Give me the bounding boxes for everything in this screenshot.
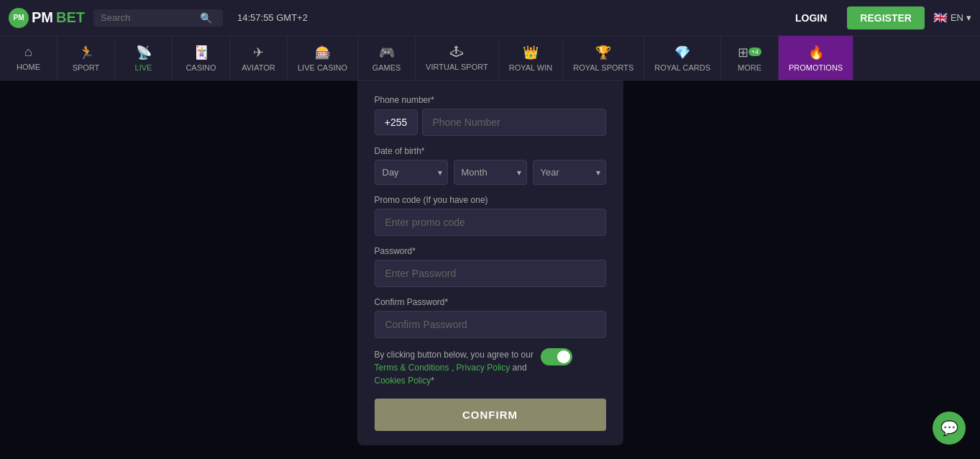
registration-modal: Phone number* +255 Date of birth* Day — [357, 81, 623, 445]
search-icon: 🔍 — [200, 12, 212, 24]
nav-label-royal-win: ROYAL WIN — [509, 63, 553, 72]
timezone-value: GMT+2 — [276, 12, 308, 23]
search-bar[interactable]: 🔍 — [93, 9, 223, 27]
month-select[interactable]: Month — [454, 160, 527, 185]
terms-toggle[interactable] — [541, 348, 572, 365]
confirm-password-input[interactable] — [375, 311, 606, 338]
royal-sports-icon: 🏆 — [595, 45, 611, 60]
nav-item-games[interactable]: 🎮 GAMES — [358, 36, 416, 80]
royal-cards-icon: 💎 — [674, 45, 690, 60]
nav-label-sport: SPORT — [73, 63, 100, 72]
terms-asterisk: * — [431, 376, 434, 386]
terms-row: By clicking button below, you agree to o… — [375, 348, 606, 387]
nav-item-live[interactable]: 📡 LIVE — [115, 36, 173, 80]
sport-icon: 🏃 — [78, 45, 94, 60]
year-select[interactable]: Year — [533, 160, 606, 185]
dob-group: Date of birth* Day Month Year — [375, 146, 606, 185]
year-wrapper[interactable]: Year — [533, 160, 606, 185]
privacy-policy-link[interactable]: Privacy Policy — [457, 363, 510, 373]
month-wrapper[interactable]: Month — [454, 160, 527, 185]
confirm-password-label: Confirm Password* — [375, 297, 606, 307]
live-icon: 📡 — [136, 45, 152, 60]
terms-text: By clicking button below, you agree to o… — [375, 348, 533, 387]
time-value: 14:57:55 — [237, 12, 274, 23]
time-display: 14:57:55 GMT+2 — [237, 12, 308, 23]
header: PM PMBET 🔍 14:57:55 GMT+2 LOGIN REGISTER… — [0, 0, 980, 36]
day-wrapper[interactable]: Day — [375, 160, 448, 185]
promo-input[interactable] — [375, 209, 606, 236]
dob-row: Day Month Year — [375, 160, 606, 185]
logo-pm-text: PM — [32, 9, 53, 26]
royal-win-icon: 👑 — [523, 45, 539, 60]
chat-icon: 💬 — [940, 419, 958, 437]
nav-label-live-casino: LIVE CASINO — [298, 63, 347, 72]
confirm-button[interactable]: CONFIRM — [375, 399, 606, 431]
nav-label-home: HOME — [17, 63, 40, 71]
aviator-icon: ✈ — [253, 45, 264, 60]
search-input[interactable] — [101, 12, 194, 23]
live-casino-icon: 🎰 — [315, 45, 331, 60]
nav-item-virtual-sport[interactable]: 🕹 VIRTUAL SPORT — [416, 36, 499, 80]
nav-label-live: LIVE — [135, 63, 152, 72]
confirm-password-group: Confirm Password* — [375, 297, 606, 338]
password-label: Password* — [375, 246, 606, 256]
nav-label-casino: CASINO — [186, 63, 216, 72]
games-icon: 🎮 — [379, 45, 395, 60]
promo-label: Promo code (If you have one) — [375, 195, 606, 205]
day-select[interactable]: Day — [375, 160, 448, 185]
nav-label-royal-cards: ROYAL CARDS — [654, 63, 710, 72]
chevron-down-icon: ▾ — [966, 12, 971, 23]
phone-prefix: +255 — [375, 109, 418, 135]
nav-item-royal-sports[interactable]: 🏆 ROYAL SPORTS — [563, 36, 644, 80]
terms-comma: , — [449, 363, 454, 373]
phone-label: Phone number* — [375, 95, 606, 105]
nav-label-royal-sports: ROYAL SPORTS — [573, 63, 633, 72]
register-button[interactable]: REGISTER — [847, 6, 925, 29]
flag-icon: 🇬🇧 — [933, 11, 948, 24]
navigation: ⌂ HOME 🏃 SPORT 📡 LIVE 🃏 CASINO ✈ AVIATOR… — [0, 36, 980, 81]
home-icon: ⌂ — [24, 45, 32, 60]
terms-and: and — [513, 363, 527, 373]
modal-overlay: Phone number* +255 Date of birth* Day — [0, 81, 980, 459]
nav-label-games: GAMES — [372, 63, 401, 72]
chat-bubble[interactable]: 💬 — [933, 412, 966, 445]
logo[interactable]: PM PMBET — [9, 8, 85, 28]
promotions-icon: 🔥 — [808, 45, 824, 60]
nav-item-royal-cards[interactable]: 💎 ROYAL CARDS — [644, 36, 721, 80]
terms-conditions-link[interactable]: Terms & Conditions — [375, 363, 449, 373]
logo-bet-text: BET — [56, 9, 85, 26]
nav-item-sport[interactable]: 🏃 SPORT — [58, 36, 115, 80]
promo-group: Promo code (If you have one) — [375, 195, 606, 236]
nav-item-promotions[interactable]: 🔥 PROMOTIONS — [779, 36, 853, 80]
more-badge: +4 — [748, 47, 761, 56]
more-icon: ⊞+4 — [738, 45, 761, 60]
dob-label: Date of birth* — [375, 146, 606, 156]
login-button[interactable]: LOGIN — [784, 8, 838, 28]
nav-item-live-casino[interactable]: 🎰 LIVE CASINO — [288, 36, 358, 80]
nav-label-virtual-sport: VIRTUAL SPORT — [426, 63, 488, 71]
nav-item-casino[interactable]: 🃏 CASINO — [173, 36, 230, 80]
casino-icon: 🃏 — [193, 45, 209, 60]
phone-row: +255 — [375, 109, 606, 136]
password-group: Password* — [375, 246, 606, 287]
cookies-policy-link[interactable]: Cookies Policy — [375, 376, 431, 386]
logo-icon: PM — [9, 8, 29, 28]
lang-label: EN — [951, 12, 963, 23]
main-content: Phone number* +255 Date of birth* Day — [0, 81, 980, 459]
nav-label-promotions: PROMOTIONS — [789, 63, 843, 72]
language-selector[interactable]: 🇬🇧 EN ▾ — [933, 11, 971, 24]
phone-input[interactable] — [422, 109, 606, 136]
virtual-sport-icon: 🕹 — [450, 45, 463, 60]
nav-label-more: MORE — [738, 63, 761, 72]
phone-group: Phone number* +255 — [375, 95, 606, 136]
nav-item-royal-win[interactable]: 👑 ROYAL WIN — [499, 36, 564, 80]
password-input[interactable] — [375, 260, 606, 287]
nav-label-aviator: AVIATOR — [242, 63, 275, 72]
nav-item-home[interactable]: ⌂ HOME — [0, 36, 58, 80]
nav-item-more[interactable]: ⊞+4 MORE — [721, 36, 779, 80]
terms-intro: By clicking button below, you agree to o… — [375, 350, 533, 360]
toggle-slider — [541, 348, 572, 365]
nav-item-aviator[interactable]: ✈ AVIATOR — [230, 36, 288, 80]
